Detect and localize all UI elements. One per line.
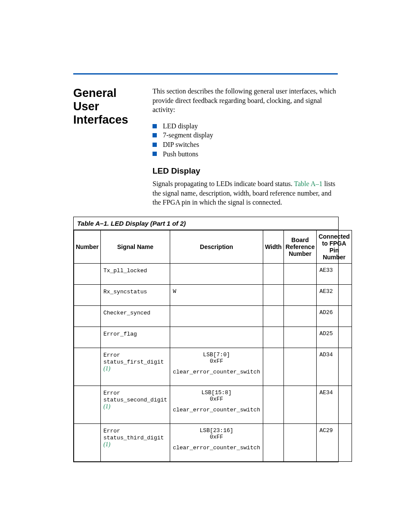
table-header-row: Number Signal Name Description Width Boa… [74,230,352,263]
cell-fpga-pin: AD26 [317,306,352,327]
cell-board-ref [283,348,317,386]
cell-board-ref [283,285,317,306]
cell-number [74,264,101,285]
content-two-columns: General User Interfaces This section des… [73,87,338,217]
bullet-text: DIP switches [163,140,199,149]
cell-number [74,285,101,306]
cell-description [170,306,263,327]
bullet-text: Push buttons [163,149,198,159]
signal-name-text: Error status_third_digit [103,428,164,441]
right-column: This section describes the following gen… [153,87,338,217]
cell-signal-name: Rx_syncstatus [100,285,170,306]
bullet-item: LED display [153,121,338,131]
col-header-width: Width [263,230,283,263]
cell-signal-name: Error status_first_digit(1) [100,348,170,386]
cell-fpga-pin: AD25 [317,327,352,348]
cell-board-ref [283,386,317,424]
col-header-fpga-pin: Connected to FPGA Pin Number [317,230,352,263]
signal-name-text: Rx_syncstatus [103,289,147,295]
cell-signal-name: Tx_pll_locked [100,264,170,285]
col-header-number: Number [74,230,101,263]
table-wrapper: Table A–1. LED Display (Part 1 of 2) Num… [73,217,339,462]
horizontal-rule [73,73,338,75]
square-bullet-icon [153,133,157,137]
cell-description: LSB[23:16]0xFFclear_error_counter_switch [170,424,263,462]
subheading-led-display: LED Display [153,166,338,176]
desc-line-2: 0xFF [173,396,260,402]
desc-simple: W [173,288,176,295]
cell-number [74,424,101,462]
cell-width [263,285,283,306]
intro-paragraph: This section describes the following gen… [153,87,338,115]
signal-name-text: Error status_first_digit [103,352,164,365]
col-header-board-ref: Board Reference Number [283,230,317,263]
cell-signal-name: Checker_synced [100,306,170,327]
table-row: Error_flagAD25 [74,327,352,348]
desc-line-3: clear_error_counter_switch [173,445,260,451]
cell-number [74,348,101,386]
cell-width [263,306,283,327]
cell-description: W [170,285,263,306]
col-header-description: Description [170,230,263,263]
signal-note: (1) [103,365,110,372]
cell-board-ref [283,264,317,285]
cell-fpga-pin: AE32 [317,285,352,306]
cell-width [263,386,283,424]
cell-board-ref [283,327,317,348]
square-bullet-icon [153,152,157,156]
table-row: Rx_syncstatusWAE32 [74,285,352,306]
table-row: Checker_syncedAD26 [74,306,352,327]
bullet-text: LED display [163,121,198,131]
cross-reference-link[interactable]: Table A–1 [294,180,323,187]
body-text-pre: Signals propagating to LEDs indicate boa… [153,180,294,187]
cell-fpga-pin: AE34 [317,386,352,424]
bullet-item: DIP switches [153,140,338,149]
left-column: General User Interfaces [73,87,143,217]
desc-line-1: LSB[23:16] [173,427,260,434]
cell-number [74,386,101,424]
desc-line-2: 0xFF [173,358,260,364]
table-row: Error status_third_digit(1)LSB[23:16]0xF… [74,424,352,462]
led-display-table: Number Signal Name Description Width Boa… [74,230,352,462]
cell-signal-name: Error status_third_digit(1) [100,424,170,462]
cell-width [263,264,283,285]
cell-fpga-pin: AC29 [317,424,352,462]
table-row: Error status_first_digit(1)LSB[7:0]0xFFc… [74,348,352,386]
signal-note: (1) [103,441,110,448]
cell-description: LSB[7:0]0xFFclear_error_counter_switch [170,348,263,386]
cell-board-ref [283,424,317,462]
cell-signal-name: Error_flag [100,327,170,348]
signal-name-text: Checker_synced [103,310,150,316]
cell-signal-name: Error status_second_digit(1) [100,386,170,424]
desc-line-3: clear_error_counter_switch [173,369,260,375]
square-bullet-icon [153,143,157,147]
square-bullet-icon [153,124,157,128]
desc-line-3: clear_error_counter_switch [173,407,260,413]
table-row: Tx_pll_lockedAE33 [74,264,352,285]
table-row: Error status_second_digit(1)LSB[15:8]0xF… [74,386,352,424]
signal-note: (1) [103,403,110,410]
cell-description [170,327,263,348]
cell-width [263,348,283,386]
bullet-item: Push buttons [153,149,338,159]
body-paragraph: Signals propagating to LEDs indicate boa… [153,179,338,207]
col-header-signal: Signal Name [100,230,170,263]
signal-name-text: Error_flag [103,331,137,337]
document-page: General User Interfaces This section des… [0,0,411,497]
desc-line-1: LSB[7:0] [173,352,260,358]
bullet-text: 7-segment display [163,131,213,140]
bullet-list: LED display 7-segment display DIP switch… [153,121,338,159]
cell-fpga-pin: AE33 [317,264,352,285]
cell-board-ref [283,306,317,327]
cell-description [170,264,263,285]
cell-number [74,306,101,327]
cell-number [74,327,101,348]
signal-name-text: Tx_pll_locked [103,268,147,274]
signal-name-text: Error status_second_digit [103,390,167,403]
table-body: Tx_pll_lockedAE33Rx_syncstatusWAE32Check… [74,264,352,462]
cell-width [263,424,283,462]
bullet-item: 7-segment display [153,131,338,140]
desc-line-1: LSB[15:8] [173,389,260,396]
cell-width [263,327,283,348]
desc-line-2: 0xFF [173,434,260,440]
